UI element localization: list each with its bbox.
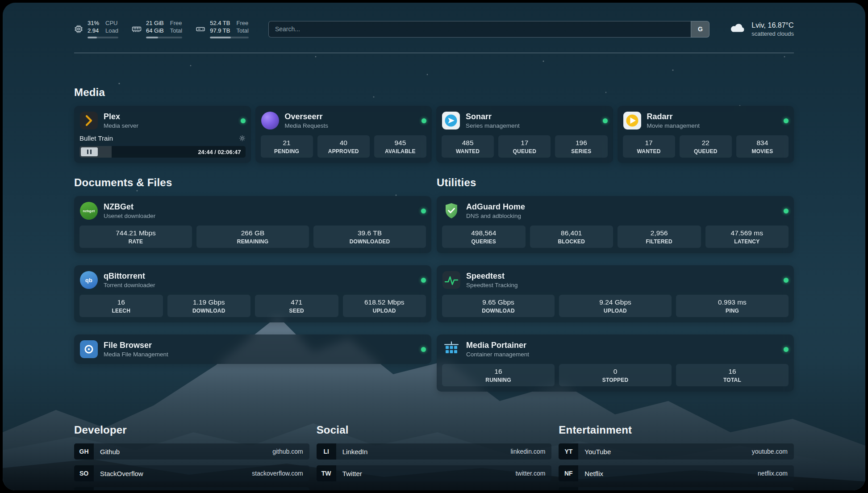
cpu-load-label: Load	[105, 27, 118, 35]
service-subtitle: Series management	[466, 122, 520, 129]
gear-icon[interactable]	[239, 135, 246, 142]
status-online-dot	[784, 209, 789, 213]
weather-widget: Lviv, 16.87°C scattered clouds	[729, 21, 794, 37]
youtube-badge: YT	[559, 443, 578, 460]
topbar-divider	[74, 53, 794, 53]
stat-leech: 16 LEECH	[79, 295, 163, 317]
cpu-monitor: 31% 2.94 CPU Load	[74, 20, 118, 39]
service-name: Speedtest	[466, 272, 518, 281]
stat-download: 9.65 Gbps DOWNLOAD	[442, 295, 555, 317]
search-engine-button[interactable]: G	[691, 21, 709, 38]
system-monitors: 31% 2.94 CPU Load	[74, 20, 249, 39]
playback-bar[interactable]: 24:44 / 02:06:47	[79, 146, 246, 158]
sonarr-card[interactable]: Sonarr Series management 485 WANTED 17 Q…	[436, 106, 613, 163]
cpu-load-value: 2.94	[88, 27, 99, 35]
bookmark-dev[interactable]: DT DEV dev.to	[74, 487, 309, 490]
stat-movies: 834 MOVIES	[736, 135, 789, 158]
bookmark-stackoverflow[interactable]: SO StackOverflow stackoverflow.com	[74, 465, 309, 481]
speedtest-icon	[442, 271, 461, 289]
service-name: Media Portainer	[466, 341, 529, 350]
section-title-entertainment: Entertainment	[559, 424, 794, 436]
service-subtitle: Media Requests	[285, 122, 329, 129]
bookmark-github[interactable]: GH Github github.com	[74, 443, 309, 460]
nzbget-card[interactable]: nzbget NZBGet Usenet downloader 744.21 M…	[74, 196, 431, 253]
bookmark-linkedin[interactable]: LI LinkedIn linkedin.com	[317, 443, 552, 460]
bookmarks-social: Social LI LinkedIn linkedin.com TW Twitt…	[317, 424, 552, 490]
service-name: qBittorrent	[104, 272, 155, 281]
portainer-icon	[442, 340, 461, 359]
stat-upload: 618.52 Mbps UPLOAD	[343, 295, 426, 317]
stat-pending: 21 PENDING	[261, 135, 313, 158]
memory-icon	[132, 25, 142, 33]
cpu-usage-value: 31%	[88, 20, 99, 27]
stat-filtered: 2,956 FILTERED	[618, 226, 701, 248]
service-name: Plex	[104, 112, 138, 121]
pause-icon[interactable]	[81, 147, 98, 156]
filebrowser-icon	[79, 340, 98, 359]
memory-total-label: Total	[170, 27, 182, 35]
stat-total: 16 TOTAL	[676, 364, 789, 386]
cpu-icon	[74, 25, 83, 33]
memory-progress-bar	[146, 37, 182, 38]
portainer-card[interactable]: Media Portainer Container management 16 …	[437, 334, 794, 392]
qbittorrent-icon: qb	[79, 271, 98, 289]
stat-queued: 17 QUEUED	[498, 135, 551, 158]
status-online-dot	[241, 118, 246, 123]
memory-total-value: 64 GiB	[146, 27, 164, 35]
status-online-dot	[421, 209, 426, 213]
stat-wanted: 485 WANTED	[442, 135, 494, 158]
netflix-badge: NF	[559, 465, 578, 481]
cpu-usage-label: CPU	[105, 20, 118, 27]
nzbget-icon: nzbget	[79, 201, 98, 220]
stat-upload: 9.24 Gbps UPLOAD	[559, 295, 672, 317]
stat-downloaded: 39.6 TB DOWNLOADED	[313, 226, 426, 248]
status-online-dot	[421, 118, 426, 123]
cloud-icon	[729, 22, 746, 36]
disk-total-value: 97.9 TB	[210, 27, 230, 35]
service-name: File Browser	[104, 341, 168, 350]
adguard-icon	[442, 201, 461, 220]
qbittorrent-card[interactable]: qb qBittorrent Torrent downloader 16	[74, 265, 431, 322]
service-name: Radarr	[647, 112, 700, 121]
bookmark-twitter[interactable]: TW Twitter twitter.com	[317, 465, 552, 481]
bookmarks-entertainment: Entertainment YT YouTube youtube.com NF …	[559, 424, 794, 490]
speedtest-card[interactable]: Speedtest Speedtest Tracking 9.65 Gbps D…	[437, 265, 794, 322]
status-online-dot	[784, 347, 789, 352]
service-subtitle: Container management	[466, 351, 529, 358]
cpu-progress-bar	[88, 37, 118, 38]
disk-free-label: Free	[236, 20, 248, 27]
stat-rate: 744.21 Mbps RATE	[79, 226, 192, 248]
top-bar: 31% 2.94 CPU Load	[74, 16, 794, 42]
bookmark-netflix[interactable]: NF Netflix netflix.com	[559, 465, 794, 481]
radarr-card[interactable]: Radarr Movie management 17 WANTED 22 QUE…	[618, 106, 794, 163]
status-online-dot	[784, 278, 789, 283]
service-subtitle: Usenet downloader	[104, 213, 155, 219]
plex-card[interactable]: Plex Media server Bullet Train	[74, 106, 251, 163]
plex-icon	[79, 111, 98, 130]
service-subtitle: DNS and adblocking	[466, 213, 525, 219]
bookmark-reddit[interactable]: RE Reddit reddit.com	[559, 487, 794, 490]
overseerr-card[interactable]: Overseerr Media Requests 21 PENDING 40 A…	[255, 106, 432, 163]
stat-series: 196 SERIES	[555, 135, 607, 158]
service-subtitle: Media File Management	[104, 351, 168, 358]
disk-total-label: Total	[236, 27, 248, 35]
linkedin-badge: LI	[317, 443, 336, 460]
dev-badge: DT	[74, 487, 94, 490]
reddit-badge: RE	[559, 487, 578, 490]
service-name: NZBGet	[104, 202, 155, 212]
overseerr-icon	[261, 111, 280, 130]
filebrowser-card[interactable]: File Browser Media File Management	[74, 334, 431, 364]
stat-download: 1.19 Gbps DOWNLOAD	[167, 295, 251, 317]
now-playing-title: Bullet Train	[79, 134, 113, 142]
disk-free-value: 52.4 TB	[210, 20, 230, 27]
section-title-media: Media	[74, 86, 794, 99]
bookmark-youtube[interactable]: YT YouTube youtube.com	[559, 443, 794, 460]
weather-condition: scattered clouds	[751, 30, 794, 37]
stat-available: 945 AVAILABLE	[374, 135, 426, 158]
search-input[interactable]	[268, 21, 691, 38]
stat-ping: 0.993 ms PING	[676, 295, 789, 317]
service-subtitle: Movie management	[647, 122, 700, 129]
stat-latency: 47.569 ms LATENCY	[705, 226, 789, 248]
service-name: Overseerr	[285, 112, 329, 121]
adguard-card[interactable]: AdGuard Home DNS and adblocking 498,564 …	[437, 196, 794, 253]
